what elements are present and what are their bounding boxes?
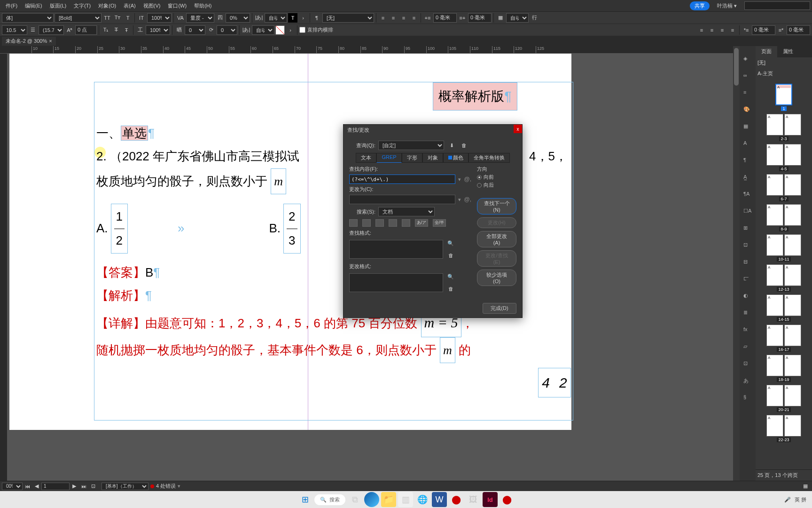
underline-icon[interactable]: T	[123, 13, 133, 23]
change-format-box[interactable]	[349, 273, 443, 292]
close-tab-icon[interactable]: ×	[49, 38, 52, 44]
menu-window[interactable]: 窗口(W)	[164, 0, 190, 11]
close-icon[interactable]: x	[514, 125, 522, 133]
find-next-button[interactable]: 查找下一个(N)	[477, 198, 516, 214]
para-panel-icon[interactable]: ¶	[743, 157, 752, 166]
master-pages-icon[interactable]	[389, 219, 397, 227]
page-input[interactable]	[41, 483, 70, 490]
change-all-button[interactable]: 全部更改(A)	[477, 231, 516, 247]
dropdown-icon[interactable]: ▾	[458, 197, 461, 203]
left-indent-input[interactable]	[433, 13, 457, 23]
color-icon[interactable]: 🎨	[743, 106, 752, 115]
page-thumb-22-23[interactable]: AA 22-23	[757, 415, 810, 442]
menu-file[interactable]: 件(F)	[2, 0, 21, 11]
record-icon[interactable]: ⬤	[449, 492, 464, 507]
kana-icon[interactable]: あ/ア	[415, 219, 428, 227]
page-thumb-4-5[interactable]: AA 4-5	[757, 144, 810, 171]
text-wrap-icon[interactable]: ≣	[743, 310, 752, 318]
baseline-input[interactable]	[75, 25, 97, 35]
fill-icon[interactable]: T	[288, 13, 297, 23]
user-name[interactable]: 叶浩楠 ▾	[713, 2, 741, 9]
tab-glyph[interactable]: 字形	[402, 153, 422, 163]
locked-stories-icon[interactable]	[362, 219, 371, 227]
menu-table[interactable]: 表(A)	[120, 0, 140, 11]
direction-forward[interactable]: 向前	[477, 174, 516, 181]
font-family-select[interactable]: 体]	[2, 13, 54, 23]
app2-icon[interactable]: 🖼	[466, 492, 481, 507]
tab-transliterate[interactable]: 全角半角转换	[468, 153, 510, 163]
links-icon[interactable]: ∞	[743, 72, 752, 81]
tracking-select[interactable]: 0%	[226, 13, 250, 23]
swatches-icon[interactable]: ▦	[743, 123, 752, 132]
last-indent-input[interactable]	[787, 25, 810, 35]
change-to-input[interactable]	[349, 195, 455, 204]
menu-object[interactable]: 对象(O)	[94, 0, 120, 11]
table-styles-icon[interactable]: ⊟	[743, 259, 752, 267]
app-icon[interactable]: ▥	[398, 492, 413, 507]
page-thumb-14-15[interactable]: AA 14-15	[757, 294, 810, 322]
indesign-icon[interactable]: Id	[483, 492, 498, 507]
justify-center-icon[interactable]: ≡	[707, 25, 717, 35]
tatechuyoko-checkbox[interactable]: 直排内横排	[299, 26, 333, 33]
kerning-select[interactable]: 量度 - 优	[186, 13, 214, 23]
ime-indicator[interactable]: 英 拼	[795, 496, 806, 503]
more-para-icon[interactable]: ›	[286, 25, 295, 35]
page-thumb-2-3[interactable]: AA 2-3	[757, 114, 810, 141]
specify-format-icon[interactable]: 🔍	[446, 272, 455, 281]
align-right-icon[interactable]: ≡	[399, 13, 408, 23]
char-styles-icon[interactable]: A̲	[743, 174, 752, 183]
font-size-select[interactable]: 10.5 点	[2, 25, 27, 35]
gradient-icon[interactable]: ▱	[743, 343, 752, 352]
para-styles-icon[interactable]: ¶A	[743, 191, 752, 199]
page-thumb-10-11[interactable]: AA 10-11	[757, 234, 810, 262]
allcaps-icon[interactable]: Ŧ	[122, 25, 131, 35]
menu-edit[interactable]: 编辑(E)	[21, 0, 46, 11]
view-mode-icon[interactable]: ▦	[801, 482, 810, 491]
prev-page-icon[interactable]: ◀	[32, 482, 41, 491]
tab-object[interactable]: 对象	[422, 153, 443, 163]
right-indent-input[interactable]	[468, 13, 492, 23]
special-char-icon[interactable]: @,	[464, 196, 471, 203]
menu-help[interactable]: 帮助(H)	[190, 0, 215, 11]
explorer-icon[interactable]: 📁	[381, 492, 396, 507]
clear-format-icon[interactable]: 🗑	[446, 251, 455, 260]
menu-layout[interactable]: 版面(L)	[46, 0, 70, 11]
width-icon[interactable]: 全/半	[433, 219, 446, 227]
pages-list[interactable]: A 1 AA 2-3 AA 4-5 AA 6-7 AA 8-9 AA 10-11	[756, 79, 812, 469]
find-what-input[interactable]	[349, 175, 455, 184]
fewer-options-button[interactable]: 较少选项(O)	[477, 270, 516, 286]
story-icon[interactable]: ⊡	[743, 360, 752, 369]
word-icon[interactable]: W	[432, 492, 447, 507]
aki2-select[interactable]: 自动	[252, 25, 274, 35]
record2-icon[interactable]: ⬤	[500, 492, 515, 507]
justify-right-icon[interactable]: ≡	[718, 25, 727, 35]
tab-pages[interactable]: 页面	[756, 46, 777, 57]
page-thumb-16-17[interactable]: AA 16-17	[757, 325, 810, 352]
task-view-icon[interactable]: ⧉	[347, 492, 362, 507]
locked-layers-icon[interactable]	[349, 219, 358, 227]
error-count[interactable]: 4 处错误	[156, 483, 176, 490]
footnotes-icon[interactable]	[402, 219, 410, 227]
page-thumb-18-19[interactable]: AA 18-19	[757, 355, 810, 382]
master-a[interactable]: A-主页	[756, 68, 812, 79]
menu-view[interactable]: 视图(V)	[140, 0, 164, 11]
query-select[interactable]: [自定]	[378, 141, 444, 150]
strikethrough-icon[interactable]: T̶	[111, 25, 121, 35]
page-thumb-6-7[interactable]: AA 6-7	[757, 174, 810, 201]
scrollbar-thumb[interactable]	[734, 48, 739, 86]
next-page-icon[interactable]: ▶	[70, 482, 79, 491]
first-indent-input[interactable]	[752, 25, 775, 35]
font-style-select[interactable]: [Bold]	[55, 13, 102, 23]
page-thumb-1[interactable]: A 1	[757, 84, 810, 111]
more-char-icon[interactable]: ›	[298, 13, 308, 23]
subscript-icon[interactable]: T₁	[101, 25, 110, 35]
columns-select[interactable]: 自动	[506, 13, 529, 23]
align-left-icon[interactable]: ≡	[378, 13, 388, 23]
page-thumb-20-21[interactable]: AA 20-21	[757, 385, 810, 412]
dialog-titlebar[interactable]: 查找/更改 x	[344, 125, 522, 135]
start-icon[interactable]: ⊞	[297, 492, 312, 507]
superscript-icon[interactable]: TT	[102, 13, 112, 23]
pathfinder-icon[interactable]: ◐	[743, 293, 752, 301]
last-page-icon[interactable]: ⏭	[79, 482, 88, 491]
para-style-select[interactable]: [无]	[322, 13, 374, 23]
